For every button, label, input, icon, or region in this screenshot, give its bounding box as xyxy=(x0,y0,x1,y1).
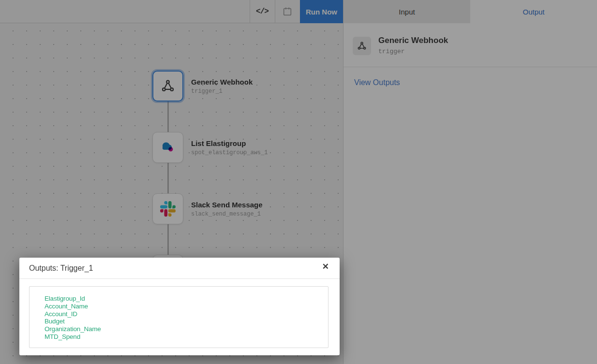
output-item[interactable]: Elastigroup_Id xyxy=(45,295,328,303)
outputs-modal: Outputs: Trigger_1 ✕ Elastigroup_Id Acco… xyxy=(19,258,340,355)
modal-title: Outputs: Trigger_1 xyxy=(29,264,93,273)
output-item[interactable]: MTD_Spend xyxy=(45,333,328,341)
output-item[interactable]: Account_ID xyxy=(45,310,328,318)
modal-header: Outputs: Trigger_1 ✕ xyxy=(19,258,340,279)
app-window: </> Run Now Input Output xyxy=(0,0,597,364)
output-item[interactable]: Account_Name xyxy=(45,303,328,310)
outputs-list-box: Elastigroup_Id Account_Name Account_ID B… xyxy=(29,286,328,348)
output-item[interactable]: Organization_Name xyxy=(45,325,328,333)
close-icon[interactable]: ✕ xyxy=(322,262,329,271)
output-item[interactable]: Budget xyxy=(45,318,328,325)
